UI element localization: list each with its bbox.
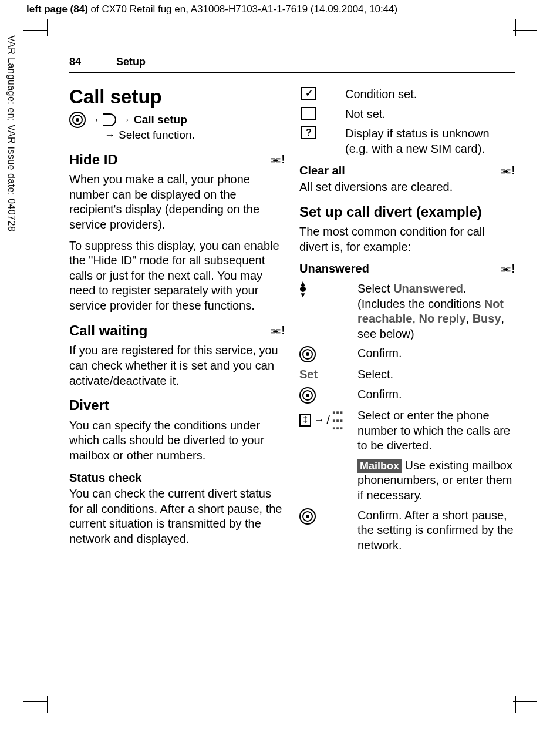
status-condition-set: Condition set. [345,87,515,102]
nav-up-down-icon: ▲▼ [299,281,306,297]
step-select-unanswered: ▲▼ Select Unanswered. (Includes the cond… [299,281,515,341]
step-confirm-final: Confirm. After a short pause, the settin… [299,508,515,553]
nav-breadcrumb: → → Call setup [69,112,285,128]
top-bold: left page (84) [26,4,88,15]
heading-call-waiting-text: Call waiting [69,322,147,340]
heading-hide-id: Hide ID ⫘! [69,151,285,169]
chapter-title: Setup [116,56,146,68]
heading-divert-text: Divert [69,397,109,415]
crop-mark [47,696,48,713]
heading-status-check-text: Status check [69,471,141,486]
step-confirm-final-text: Confirm. After a short pause, the settin… [357,508,515,553]
network-icon: ⫘! [500,163,515,179]
heading-unanswered: Unanswered ⫘! [299,261,515,277]
heading-setup-divert-text: Set up call divert (example) [299,203,482,221]
step-confirm-1-text: Confirm. [357,346,515,361]
crop-mark [515,19,516,36]
network-icon: ⫘! [270,152,285,167]
softkey-set-label: Set [299,367,318,382]
checkbox-unknown-icon: ? [301,126,316,139]
nav-select-function: Select function. [119,128,195,142]
heading-call-waiting: Call waiting ⫘! [69,322,285,340]
step-enter-number: ‡ →/ ▪▪▪▪▪▪▪▪▪ Select or enter the phone… [299,408,515,454]
divert-paragraph: You can specify the conditions under whi… [69,418,285,464]
heading-setup-divert: Set up call divert (example) [299,203,515,221]
step-enter-number-text: Select or enter the phone number to whic… [357,408,515,454]
step-confirm-1: Confirm. [299,346,515,362]
hide-id-paragraph-2: To suppress this display, you can enable… [69,239,285,314]
heading-divert: Divert [69,397,285,415]
keypad-icon: ▪▪▪▪▪▪▪▪▪ [332,408,343,432]
checkbox-empty-icon [301,107,316,120]
crop-mark [515,696,516,713]
step-set-text: Select. [357,367,515,382]
crop-mark [513,30,537,31]
right-column: ✓ Condition set. Not set. ? Display if s… [299,85,515,558]
step-select-unanswered-text: Select Unanswered. (Includes the conditi… [357,281,515,341]
center-key-icon [299,346,316,362]
checkbox-checked-icon: ✓ [301,87,316,100]
status-row-unknown: ? Display if status is unknown (e.g. wit… [299,126,515,156]
status-unknown: Display if status is unknown (e.g. with … [345,126,515,156]
crop-mark [23,30,47,31]
crop-mark [23,701,47,702]
heading-clear-all-text: Clear all [299,163,345,179]
nav-sub: → Select function. [104,128,285,142]
center-key-icon [299,508,316,525]
arrow-icon: → [313,414,324,427]
status-check-paragraph: You can check the current divert status … [69,486,285,546]
step-mailbox-text: Mailbox Use existing mailbox phonenumber… [357,458,515,503]
print-metadata-top: left page (84) of CX70 Retail fug en, A3… [26,4,397,15]
crop-mark [513,701,537,702]
network-icon: ⫘! [500,261,515,277]
arrow-icon: → [89,113,100,127]
center-key-icon [299,387,316,404]
setup-divert-paragraph: The most common condition for call diver… [299,224,515,254]
mailbox-badge: Mailbox [357,459,402,473]
clear-all-paragraph: All set diversions are cleared. [299,180,515,195]
status-row-condition-set: ✓ Condition set. [299,87,515,102]
top-rest: of CX70 Retail fug en, A31008-H7103-A1-1… [88,4,397,15]
hide-id-paragraph-1: When you make a call, your phone number … [69,172,285,232]
print-metadata-left: VAR Language: en; VAR issue date: 040728 [6,35,16,288]
page-content: 84 Setup Call setup → → Call setup → Sel… [69,56,515,558]
step-confirm-2-text: Confirm. [357,387,515,402]
print-metadata-right: Siemens AG 2003, C:\Siemens\Produkte\CX7… [554,720,560,732]
status-not-set: Not set. [345,107,515,122]
arrow-icon: → [120,113,130,127]
center-key-icon [69,112,86,128]
crop-mark [47,19,48,36]
heading-status-check: Status check [69,471,285,486]
heading-unanswered-text: Unanswered [299,261,369,277]
left-column: Call setup → → Call setup → Select funct… [69,85,285,558]
step-mailbox: Mailbox Use existing mailbox phonenumber… [299,458,515,503]
settings-icon [103,113,116,126]
page-header: 84 Setup [69,56,515,73]
step-set: Set Select. [299,367,515,382]
page-number: 84 [69,56,93,68]
heading-call-setup: Call setup [69,85,285,109]
network-icon: ⫘! [270,323,285,338]
heading-clear-all: Clear all ⫘! [299,163,515,179]
phonebook-key-icon: ‡ [299,414,311,427]
nav-call-setup-label: Call setup [134,113,187,127]
status-row-not-set: Not set. [299,107,515,122]
call-waiting-paragraph: If you are registered for this service, … [69,343,285,388]
heading-hide-id-text: Hide ID [69,151,118,169]
arrow-icon: → [104,129,115,142]
step-confirm-2: Confirm. [299,387,515,404]
